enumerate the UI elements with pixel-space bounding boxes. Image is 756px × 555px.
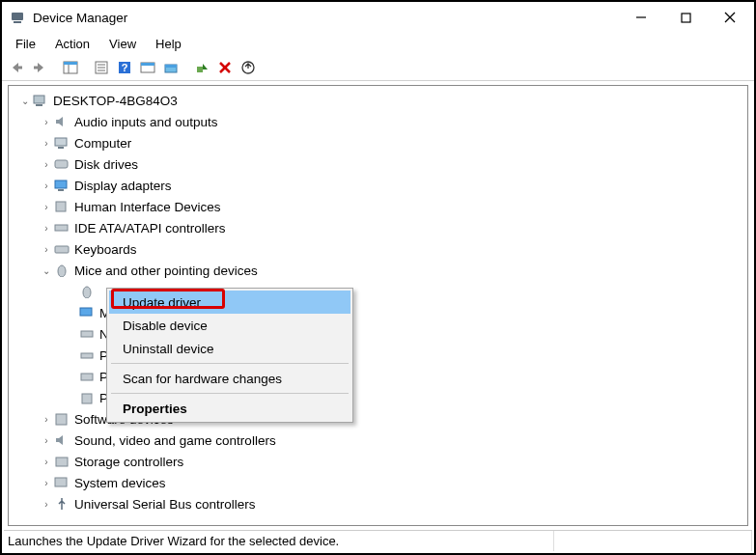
menu-action[interactable]: Action — [47, 35, 98, 53]
maximize-button[interactable] — [663, 3, 708, 32]
expand-icon[interactable]: › — [40, 499, 53, 510]
svg-rect-42 — [56, 414, 67, 425]
context-menu-separator — [111, 363, 349, 364]
svg-rect-7 — [34, 66, 38, 69]
forward-button[interactable] — [29, 57, 50, 78]
properties-button[interactable] — [91, 57, 112, 78]
storage-icon — [53, 454, 70, 469]
close-button[interactable] — [708, 3, 752, 32]
expand-icon[interactable]: › — [40, 117, 53, 127]
tree-category[interactable]: › Human Interface Devices — [11, 196, 745, 217]
keyboard-icon — [53, 241, 70, 257]
tree-category-mice[interactable]: ⌄ Mice and other pointing devices — [11, 260, 745, 281]
window-title: Device Manager — [33, 11, 127, 25]
tree-category[interactable]: › Audio inputs and outputs — [11, 111, 745, 132]
collapse-icon[interactable]: ⌄ — [18, 96, 32, 106]
expand-icon[interactable]: › — [40, 478, 53, 488]
tree-category[interactable]: › System devices — [11, 472, 745, 493]
expand-icon[interactable]: › — [40, 457, 53, 467]
software-icon — [53, 411, 70, 427]
svg-rect-20 — [165, 65, 177, 68]
statusbar-text: Launches the Update Driver Wizard for th… — [4, 531, 554, 551]
context-menu-uninstall-device[interactable]: Uninstall device — [109, 337, 350, 360]
svg-rect-6 — [18, 66, 22, 69]
svg-rect-1 — [14, 21, 21, 23]
tree-category[interactable]: › Keyboards — [11, 238, 745, 260]
expand-icon[interactable]: › — [40, 180, 53, 191]
tree-category[interactable]: › Storage controllers — [11, 451, 745, 472]
mouse-icon — [53, 263, 70, 278]
svg-text:?: ? — [122, 62, 128, 73]
update-driver-toolbar-button[interactable] — [160, 57, 182, 78]
toolbar-divider — [83, 57, 89, 78]
svg-rect-33 — [55, 225, 68, 231]
svg-rect-27 — [55, 138, 67, 146]
port-device-icon — [78, 347, 96, 363]
svg-rect-38 — [81, 331, 93, 337]
expand-icon[interactable]: › — [40, 159, 53, 170]
svg-rect-3 — [682, 14, 690, 22]
context-menu-disable-device[interactable]: Disable device — [109, 314, 350, 337]
ide-icon — [53, 220, 70, 236]
svg-rect-21 — [197, 67, 203, 72]
expand-icon[interactable]: › — [40, 202, 53, 212]
toolbar-divider — [183, 57, 189, 78]
back-button[interactable] — [6, 57, 27, 78]
context-menu-properties[interactable]: Properties — [109, 397, 350, 420]
hid-icon — [53, 199, 70, 214]
sound-icon — [53, 432, 70, 448]
tree-root[interactable]: ⌄ DESKTOP-4BG84O3 — [11, 90, 745, 111]
svg-rect-18 — [141, 63, 154, 66]
svg-point-36 — [83, 287, 91, 298]
svg-rect-40 — [81, 374, 93, 380]
statusbar-spacer — [554, 531, 752, 551]
expand-icon[interactable]: › — [40, 223, 53, 234]
scan-hardware-button[interactable] — [137, 57, 158, 78]
svg-rect-29 — [55, 160, 68, 168]
context-menu-scan-hardware[interactable]: Scan for hardware changes — [109, 367, 350, 390]
disable-device-button[interactable] — [214, 57, 236, 78]
menu-help[interactable]: Help — [148, 35, 189, 53]
context-menu-separator — [111, 393, 349, 394]
svg-rect-32 — [56, 202, 66, 211]
uninstall-device-button[interactable] — [238, 57, 259, 78]
menu-file[interactable]: File — [8, 35, 43, 53]
expand-icon[interactable]: › — [40, 138, 53, 149]
svg-rect-43 — [56, 458, 68, 466]
svg-rect-30 — [55, 180, 67, 188]
minimize-button[interactable] — [619, 3, 663, 32]
tree-category[interactable]: › Display adapters — [11, 175, 745, 196]
tree-category[interactable]: › Disk drives — [11, 153, 745, 175]
system-icon — [53, 475, 70, 490]
collapse-icon[interactable]: ⌄ — [40, 265, 53, 276]
print-device-icon — [78, 369, 96, 384]
expand-icon[interactable]: › — [40, 244, 53, 255]
mouse-device-icon — [78, 284, 96, 299]
display-icon — [53, 178, 70, 193]
expand-icon[interactable]: › — [40, 414, 53, 425]
help-button[interactable]: ? — [114, 57, 135, 78]
menu-view[interactable]: View — [101, 35, 144, 53]
disk-icon — [53, 156, 70, 172]
device-manager-icon — [10, 10, 25, 25]
statusbar: Launches the Update Driver Wizard for th… — [4, 530, 752, 551]
svg-rect-34 — [55, 246, 69, 253]
monitor-device-icon — [78, 305, 96, 320]
computer-icon — [53, 135, 70, 151]
tree-root-label: DESKTOP-4BG84O3 — [53, 94, 178, 108]
svg-rect-9 — [64, 62, 77, 65]
tree-category[interactable]: › Sound, video and game controllers — [11, 430, 745, 451]
show-hide-tree-button[interactable] — [60, 57, 81, 78]
tree-category[interactable]: › Universal Serial Bus controllers — [11, 493, 745, 514]
tree-category[interactable]: › Computer — [11, 132, 745, 153]
context-menu-update-driver[interactable]: Update driver — [109, 291, 350, 314]
expand-icon[interactable]: › — [40, 435, 53, 446]
processor-device-icon — [78, 390, 96, 405]
enable-device-button[interactable] — [191, 57, 212, 78]
tree-category[interactable]: › IDE ATA/ATAPI controllers — [11, 217, 745, 238]
network-device-icon — [78, 326, 96, 342]
toolbar-divider — [52, 57, 58, 78]
svg-rect-44 — [55, 478, 67, 486]
titlebar: Device Manager — [2, 2, 754, 33]
svg-rect-37 — [80, 308, 92, 316]
